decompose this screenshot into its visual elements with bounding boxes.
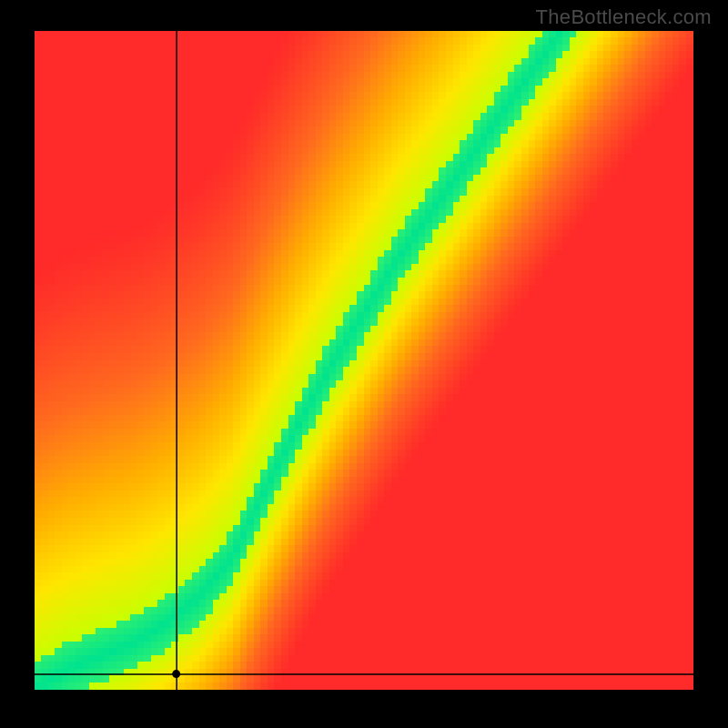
heatmap-plot-area xyxy=(35,31,693,690)
chart-container: TheBottleneck.com xyxy=(0,0,728,728)
heatmap-canvas xyxy=(35,31,693,690)
watermark-text: TheBottleneck.com xyxy=(536,5,712,29)
